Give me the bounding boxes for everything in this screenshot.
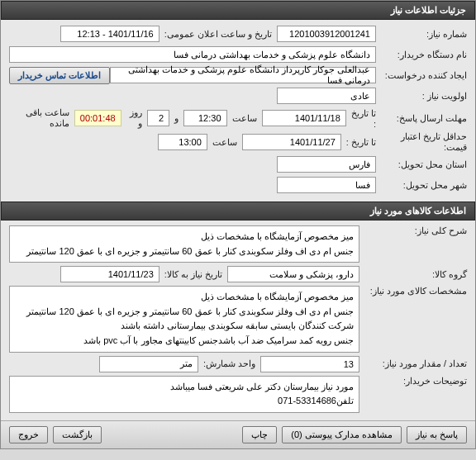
field-buyer-notes: مورد نیاز بیمارستان دکتر علی شریعتی فسا …: [9, 376, 359, 413]
label-announce-date: تاریخ و ساعت اعلان عمومی:: [164, 29, 272, 40]
contact-info-button[interactable]: اطلاعات تماس خریدار: [9, 67, 110, 84]
field-deadline-time: 12:30: [183, 110, 226, 126]
gen-desc-line1: میز مخصوص آزمایشگاه با مشخصات ذیل: [15, 230, 354, 244]
label-buyer-notes: توضیحات خریدار:: [359, 376, 467, 386]
field-deadline-date: 1401/11/18: [262, 110, 346, 126]
section-header-goods-info: اطلاعات کالاهای مورد نیاز: [1, 202, 475, 221]
label-qty: تعداد / مقدار مورد نیاز:: [359, 358, 467, 369]
label-valid-until: حداقل تاریخ اعتبار قیمت:: [376, 131, 467, 153]
label-to-date-1: تا تاریخ :: [351, 108, 376, 129]
countdown-timer: 00:01:48: [74, 110, 121, 126]
section-header-need-info: جزئیات اطلاعات نیاز: [1, 1, 475, 20]
field-req-no: 1201003912001241: [277, 26, 376, 42]
field-requester: عبدالعلی جوکار کارپرداز دانشگاه علوم پزش…: [110, 67, 376, 83]
field-priority: عادی: [277, 88, 376, 104]
label-gen-desc: شرح کلی نیاز:: [359, 225, 467, 236]
label-goods-group: گروه کالا:: [359, 269, 467, 280]
label-req-no: شماره نیاز:: [376, 29, 467, 40]
label-to-date-2: تا تاریخ :: [346, 137, 376, 148]
footer-toolbar: پاسخ به نیاز مشاهده مدارک پیوستی (0) چاپ…: [1, 420, 475, 448]
attachments-count: (0): [291, 429, 302, 439]
label-hour-remain: ساعت باقی مانده: [14, 107, 69, 129]
reply-button[interactable]: پاسخ به نیاز: [407, 426, 467, 443]
label-goods-spec: مشخصات کالای مورد نیاز:: [359, 286, 467, 296]
field-qty: 13: [260, 356, 359, 372]
field-days-remain: 2: [147, 110, 169, 126]
attachments-label: مشاهده مدارک پیوستی: [305, 429, 393, 439]
spec-line2: جنس ام دی اف وفلز سکوبندی کنار با عمق 60…: [15, 305, 354, 320]
back-button[interactable]: بازگشت: [53, 426, 102, 443]
field-goods-spec: میز مخصوص آزمایشگاه با مشخصات ذیل جنس ام…: [9, 286, 359, 352]
field-gen-desc: میز مخصوص آزمایشگاه با مشخصات ذیل جنس ام…: [9, 225, 359, 263]
spec-line4: جنس رویه کمد سرامیک ضد آب باشدجنس کابینت…: [15, 334, 354, 349]
field-city: فسا: [277, 177, 376, 193]
label-province: استان محل تحویل:: [376, 159, 467, 170]
label-goods-date: تاریخ نیاز به کالا:: [164, 269, 222, 280]
spec-line3: شرکت کنندگان بایستی سابقه سکوبندی بیمارس…: [15, 319, 354, 334]
field-announce-date: 1401/11/16 - 12:13: [60, 26, 159, 42]
field-org-name: دانشگاه علوم پزشکی و خدمات بهداشتی درمان…: [9, 46, 376, 63]
field-goods-date: 1401/11/23: [60, 266, 159, 282]
notes-line1: مورد نیاز بیمارستان دکتر علی شریعتی فسا …: [15, 380, 354, 395]
label-and: و: [174, 113, 178, 124]
label-unit: واحد شمارش:: [203, 358, 255, 369]
attachments-button[interactable]: مشاهده مدارک پیوستی (0): [282, 426, 402, 443]
field-goods-group: دارو، پزشکی و سلامت: [227, 266, 359, 282]
label-hour-1: ساعت: [232, 113, 257, 124]
field-unit: متر: [99, 356, 198, 372]
gen-desc-line2: جنس ام دی اف وفلز سکوبندی کنار با عمق 60…: [15, 244, 354, 259]
field-valid-date: 1401/11/27: [242, 134, 341, 150]
notes-line2: تلفن53314686-071: [15, 394, 354, 409]
spec-line1: میز مخصوص آزمایشگاه با مشخصات ذیل: [15, 290, 354, 305]
label-priority: اولویت نیاز :: [376, 91, 467, 102]
exit-button[interactable]: خروج: [9, 426, 48, 443]
label-hour-2: ساعت: [212, 137, 237, 148]
print-button[interactable]: چاپ: [242, 426, 277, 443]
label-answer-deadline: مهلت ارسال پاسخ:: [376, 113, 467, 124]
field-valid-time: 13:00: [158, 134, 207, 150]
label-org-name: نام دستگاه خریدار:: [376, 50, 467, 60]
label-city: شهر محل تحویل:: [376, 180, 467, 191]
label-requester: ایجاد کننده درخواست:: [376, 70, 467, 81]
field-province: فارس: [277, 156, 376, 173]
label-day: روز و: [126, 107, 142, 129]
